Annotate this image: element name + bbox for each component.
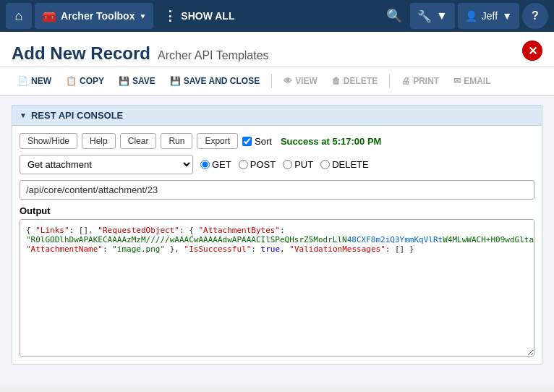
delete-method-label: DELETE: [332, 159, 369, 170]
app-chevron-icon: ▼: [139, 12, 146, 20]
toolbar-separator: [271, 74, 272, 88]
view-button[interactable]: 👁 VIEW: [278, 73, 323, 89]
print-button[interactable]: 🖨 PRINT: [396, 73, 445, 89]
copy-icon: 📋: [66, 76, 77, 86]
section-header[interactable]: ▼ REST API CONSOLE: [12, 106, 542, 126]
put-radio-label[interactable]: PUT: [283, 159, 313, 170]
new-label: NEW: [31, 76, 51, 86]
put-radio[interactable]: [283, 160, 292, 169]
output-box[interactable]: { "Links": [], "RequestedObject": { "Att…: [20, 219, 534, 357]
new-icon: 📄: [17, 76, 28, 86]
page-title: Add New Record: [12, 43, 150, 64]
toolbar: 📄 NEW 📋 COPY 💾 SAVE 💾 SAVE AND CLOSE 👁 V…: [0, 67, 554, 96]
delete-button[interactable]: 🗑 DELETE: [326, 73, 383, 89]
export-button[interactable]: Export: [197, 133, 238, 149]
page-subtitle: Archer API Templates: [158, 49, 269, 62]
tools-chevron-icon: ▼: [436, 9, 448, 22]
copy-button[interactable]: 📋 COPY: [60, 73, 110, 89]
tools-button[interactable]: 🔧 ▼: [410, 3, 455, 29]
email-button[interactable]: ✉ EMAIL: [448, 73, 496, 89]
section-title: REST API CONSOLE: [31, 110, 123, 121]
email-icon: ✉: [453, 76, 461, 86]
collapse-icon: ▼: [20, 111, 27, 119]
get-label: GET: [212, 159, 231, 170]
top-navigation: ⌂ 🧰 Archer Toolbox ▼ ⋮ SHOW ALL 🔍 🔧 ▼ 👤 …: [0, 0, 554, 32]
save-label: SAVE: [132, 76, 155, 86]
run-button[interactable]: Run: [161, 133, 192, 149]
post-radio-label[interactable]: POST: [239, 159, 276, 170]
page-header: Add New Record Archer API Templates ✕: [0, 32, 554, 67]
view-label: VIEW: [295, 76, 318, 86]
close-icon: ✕: [528, 44, 537, 58]
save-close-button[interactable]: 💾 SAVE AND CLOSE: [164, 73, 265, 89]
post-label: POST: [250, 159, 276, 170]
url-input[interactable]: [20, 180, 534, 200]
print-icon: 🖨: [401, 76, 410, 86]
dots-icon: ⋮: [163, 8, 176, 24]
delete-radio[interactable]: [320, 160, 330, 169]
sort-label: Sort: [255, 136, 272, 147]
show-all-button[interactable]: ⋮ SHOW ALL: [156, 3, 242, 29]
clear-button[interactable]: Clear: [120, 133, 157, 149]
delete-label: DELETE: [344, 76, 378, 86]
archer-toolbox-button[interactable]: 🧰 Archer Toolbox ▼: [35, 3, 153, 29]
user-button[interactable]: 👤 Jeff ▼: [458, 3, 519, 29]
help-icon: ?: [532, 9, 539, 22]
section-body: Show/Hide Help Clear Run Export Sort Suc…: [12, 126, 542, 364]
show-all-label: SHOW ALL: [181, 10, 234, 22]
delete-radio-label[interactable]: DELETE: [320, 159, 369, 170]
email-label: EMAIL: [464, 76, 490, 86]
output-label: Output: [20, 205, 534, 216]
main-content: ▼ REST API CONSOLE Show/Hide Help Clear …: [0, 96, 554, 385]
tools-icon: 🔧: [417, 9, 432, 23]
print-label: PRINT: [413, 76, 439, 86]
app-name-label: Archer Toolbox: [61, 10, 135, 22]
get-radio-label[interactable]: GET: [200, 159, 231, 170]
rest-api-console-panel: ▼ REST API CONSOLE Show/Hide Help Clear …: [12, 105, 542, 365]
toolbar-separator-2: [389, 74, 390, 88]
user-chevron-icon: ▼: [502, 10, 512, 22]
console-controls: Show/Hide Help Clear Run Export Sort Suc…: [20, 133, 534, 149]
help-button[interactable]: ?: [522, 3, 548, 29]
post-radio[interactable]: [239, 160, 248, 169]
close-button[interactable]: ✕: [522, 41, 542, 61]
search-icon: 🔍: [386, 8, 402, 24]
delete-icon: 🗑: [332, 76, 341, 86]
help-console-button[interactable]: Help: [82, 133, 116, 149]
search-button[interactable]: 🔍: [381, 3, 407, 29]
user-icon: 👤: [465, 10, 477, 22]
success-message: Success at 5:17:00 PM: [281, 136, 381, 147]
save-button[interactable]: 💾 SAVE: [113, 73, 161, 89]
home-icon: ⌂: [15, 9, 23, 24]
view-icon: 👁: [284, 76, 292, 86]
page-title-area: Add New Record Archer API Templates: [12, 43, 269, 64]
show-hide-button[interactable]: Show/Hide: [20, 133, 77, 149]
home-button[interactable]: ⌂: [6, 3, 32, 29]
sort-checkbox[interactable]: [242, 137, 252, 146]
save-close-icon: 💾: [170, 76, 181, 86]
put-label: PUT: [294, 159, 313, 170]
method-group: GET POST PUT DELETE: [200, 159, 369, 170]
briefcase-icon: 🧰: [42, 9, 56, 23]
dropdown-row: Get attachment Get content Get record Po…: [20, 155, 534, 174]
save-close-label: SAVE AND CLOSE: [184, 76, 260, 86]
sort-checkbox-label[interactable]: Sort: [242, 136, 272, 147]
user-name-label: Jeff: [482, 10, 498, 22]
save-icon: 💾: [119, 76, 129, 86]
copy-label: COPY: [80, 76, 104, 86]
endpoint-select[interactable]: Get attachment Get content Get record Po…: [20, 155, 193, 174]
new-button[interactable]: 📄 NEW: [12, 73, 57, 89]
get-radio[interactable]: [200, 160, 210, 169]
